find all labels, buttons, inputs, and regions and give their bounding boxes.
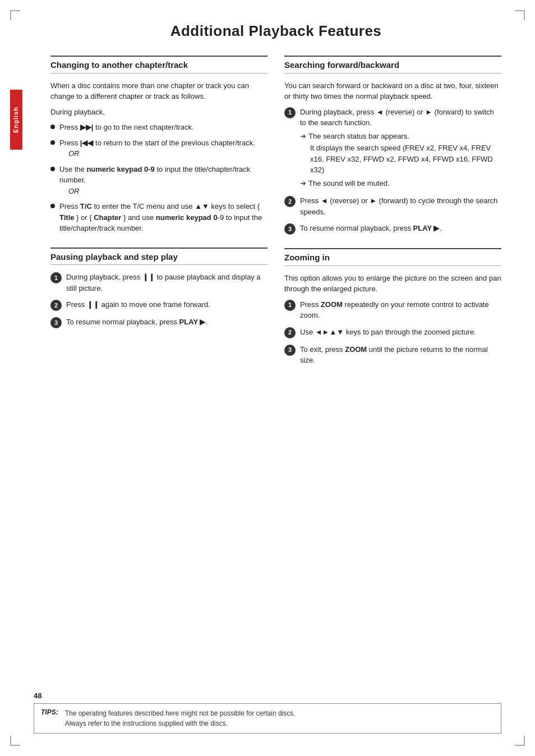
step-number: 3: [50, 317, 62, 328]
section-changing-chapter-body: When a disc contains more than one chapt…: [50, 80, 268, 234]
step-number: 2: [50, 300, 62, 311]
step-number: 3: [284, 345, 296, 356]
page-container: English Additional Playback Features Cha…: [0, 0, 535, 756]
section-searching-title: Searching forward/backward: [284, 56, 501, 74]
section-zooming: Zooming in This option allows you to enl…: [284, 248, 501, 366]
bullet-dot-icon: [50, 125, 55, 129]
searching-steps-list: 1 During playback, press ◄ (reverse) or …: [284, 107, 501, 235]
step-text: During playback, press ◄ (reverse) or ► …: [300, 107, 501, 190]
sub-text: The sound will be muted.: [308, 178, 390, 189]
step-number: 1: [50, 272, 62, 283]
list-item: Press ▶▶| to go to the next chapter/trac…: [50, 122, 268, 133]
section-changing-chapter-title: Changing to another chapter/track: [50, 56, 268, 74]
bullet-text: Use the numeric keypad 0-9 to input the …: [59, 164, 268, 197]
bullet-dot-icon: [50, 204, 55, 208]
or-label: OR: [68, 187, 80, 195]
bullet-text: Press T/C to enter the T/C menu and use …: [59, 201, 268, 234]
list-item: 2 Press ◄ (reverse) or ► (forward) to cy…: [284, 195, 501, 217]
step-number: 1: [284, 300, 296, 311]
corner-mark-tr: [515, 10, 525, 20]
sub-text-speed: It displays the search speed (FREV x2, F…: [310, 143, 501, 176]
list-item: 3 To exit, press ZOOM until the picture …: [284, 344, 501, 366]
zooming-intro: This option allows you to enlarge the pi…: [284, 273, 501, 295]
bullet-dot-icon: [50, 140, 55, 145]
bullet-dot-icon: [50, 167, 55, 171]
chapter-intro: When a disc contains more than one chapt…: [50, 80, 268, 102]
list-item: Press T/C to enter the T/C menu and use …: [50, 201, 268, 234]
sub-item: ➜ The search status bar appears.: [300, 131, 501, 142]
step-number: 1: [284, 107, 296, 118]
sidebar-language-label: English: [10, 90, 22, 150]
step-text: Use ◄►▲▼ keys to pan through the zoomed …: [300, 327, 501, 338]
right-column: Searching forward/backward You can searc…: [284, 56, 501, 375]
section-changing-chapter: Changing to another chapter/track When a…: [50, 56, 268, 234]
tips-line-1: The operating features described here mi…: [65, 709, 296, 717]
tips-text: The operating features described here mi…: [65, 708, 296, 728]
step-text: To resume normal playback, press PLAY ▶.: [300, 223, 501, 234]
section-pausing-title: Pausing playback and step play: [50, 248, 268, 265]
pausing-steps-list: 1 During playback, press ❙❙ to pause pla…: [50, 272, 268, 328]
tips-box: TIPS: The operating features described h…: [34, 703, 501, 734]
step-number: 3: [284, 223, 296, 235]
sub-item: ➜ The sound will be muted.: [300, 178, 501, 189]
section-searching-body: You can search forward or backward on a …: [284, 80, 501, 235]
page-number: 48: [34, 691, 41, 700]
main-content: Changing to another chapter/track When a…: [50, 56, 501, 375]
corner-mark-tl: [10, 10, 20, 20]
corner-mark-bl: [10, 736, 20, 746]
corner-mark-br: [515, 736, 525, 746]
section-zooming-body: This option allows you to enlarge the pi…: [284, 273, 501, 366]
step-text: Press ◄ (reverse) or ► (forward) to cycl…: [300, 195, 501, 217]
bullet-text: Press |◀◀ to return to the start of the …: [59, 138, 268, 159]
arrow-icon: ➜: [300, 178, 306, 189]
list-item: Press |◀◀ to return to the start of the …: [50, 138, 268, 159]
step-text: During playback, press ❙❙ to pause playb…: [66, 272, 268, 294]
tips-label: TIPS:: [41, 708, 58, 716]
tips-line-2: Always refer to the instructions supplie…: [65, 720, 228, 727]
step-text: Press ZOOM repeatedly on your remote con…: [300, 299, 501, 321]
bullet-text: Press ▶▶| to go to the next chapter/trac…: [59, 122, 268, 133]
chapter-bullet-list: Press ▶▶| to go to the next chapter/trac…: [50, 122, 268, 234]
during-playback-label: During playback,: [50, 107, 268, 118]
step-number: 2: [284, 196, 296, 207]
or-label: OR: [68, 149, 80, 158]
zooming-steps-list: 1 Press ZOOM repeatedly on your remote c…: [284, 299, 501, 366]
list-item: 3 To resume normal playback, press PLAY …: [50, 317, 268, 328]
list-item: 1 Press ZOOM repeatedly on your remote c…: [284, 299, 501, 321]
section-searching: Searching forward/backward You can searc…: [284, 56, 501, 235]
page-title: Additional Playback Features: [50, 22, 501, 40]
step-text: To exit, press ZOOM until the picture re…: [300, 344, 501, 366]
left-column: Changing to another chapter/track When a…: [50, 56, 268, 375]
list-item: 1 During playback, press ◄ (reverse) or …: [284, 107, 501, 190]
step-text: Press ❙❙ again to move one frame forward…: [66, 299, 268, 310]
step-number: 2: [284, 327, 296, 338]
list-item: 1 During playback, press ❙❙ to pause pla…: [50, 272, 268, 294]
sub-text: The search status bar appears.: [308, 131, 409, 142]
list-item: 2 Press ❙❙ again to move one frame forwa…: [50, 299, 268, 311]
section-pausing-playback: Pausing playback and step play 1 During …: [50, 248, 268, 329]
section-zooming-title: Zooming in: [284, 248, 501, 266]
arrow-icon: ➜: [300, 131, 306, 142]
list-item: Use the numeric keypad 0-9 to input the …: [50, 164, 268, 197]
list-item: 2 Use ◄►▲▼ keys to pan through the zoome…: [284, 327, 501, 338]
list-item: 3 To resume normal playback, press PLAY …: [284, 223, 501, 235]
step-text: To resume normal playback, press PLAY ▶.: [66, 317, 268, 328]
searching-intro: You can search forward or backward on a …: [284, 80, 501, 102]
